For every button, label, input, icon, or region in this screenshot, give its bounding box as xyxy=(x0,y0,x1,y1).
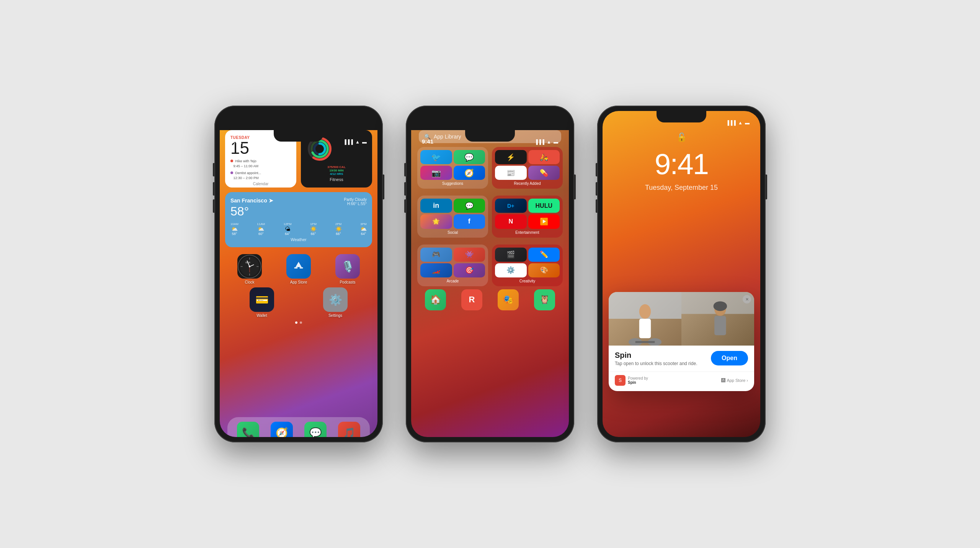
more-app-1[interactable]: 🏠 xyxy=(425,289,446,310)
weather-right: Partly Cloudy H:66° L:55° xyxy=(344,197,367,206)
weather-left: San Francisco ➤ 58° xyxy=(230,197,273,219)
home-screen-bg: 9:41 ▐▐▐ ▲ ▬ TUESDAY 15 Hike with Tejo 9… xyxy=(220,130,377,437)
weather-hour-1: 11AM ⛅ 60° xyxy=(257,222,265,236)
battery-icon-3: ▬ xyxy=(745,120,750,126)
lock-time: 9:41 xyxy=(603,147,760,181)
folder-creativity[interactable]: 🎬 ✏️ ⚙️ 🎨 Creativity xyxy=(492,245,563,286)
fitness-cal: 375/500 CAL xyxy=(306,165,367,169)
open-button[interactable]: Open xyxy=(711,351,748,365)
phone-2-screen: 9:41 ▐▐▐ ▲ ▬ 🔍 App Library 🐦 xyxy=(411,111,569,437)
dock-messages[interactable]: 💬 xyxy=(304,422,327,437)
appstore-text: App Store xyxy=(727,378,745,383)
appstore-icon-small: 🅰 xyxy=(721,378,725,383)
signal-icon-3: ▐▐▐ xyxy=(726,120,736,126)
folder-social-label: Social xyxy=(420,230,485,235)
calendar-event-2: Dentist appoint... 12:30 – 2:00 PM xyxy=(230,171,291,180)
fitness-hrs: 4/12 HRS xyxy=(306,172,367,176)
weather-hour-2: 12PM 🌤 64° xyxy=(284,222,292,236)
folder-social[interactable]: in 💬 🌟 f Social xyxy=(417,196,488,237)
lock-screen-bg: ▐▐▐ ▲ ▬ 🔓 9:41 Tuesday, September 15 xyxy=(603,111,760,437)
folder-suggestions-grid: 🐦 💬 📷 🧭 xyxy=(420,150,485,180)
app-clock[interactable]: BER Clock xyxy=(237,254,262,284)
fitness-stats: 375/500 CAL 19/30 MIN 4/12 HRS xyxy=(306,165,367,176)
folder-social-grid: in 💬 🌟 f xyxy=(420,199,485,228)
photo-left-svg xyxy=(609,292,681,346)
folder-suggestions-label: Suggestions xyxy=(420,181,485,186)
dot-2 xyxy=(300,321,302,324)
settings-label: Settings xyxy=(328,313,342,318)
powered-text-group: Powered by Spin xyxy=(628,376,648,385)
more-app-2[interactable]: R xyxy=(461,289,482,310)
calendar-event-1: Hike with Tejo 9:45 – 11:00 AM xyxy=(230,159,291,168)
folder-creat-grid: 🎬 ✏️ ⚙️ 🎨 xyxy=(495,248,560,277)
status-time-2: 9:41 xyxy=(422,138,433,145)
folder-recent-label: Recently Added xyxy=(495,181,560,186)
svg-point-19 xyxy=(639,304,651,319)
battery-icon: ▬ xyxy=(362,139,367,145)
signal-icon-2: ▐▐▐ xyxy=(535,139,545,145)
weather-desc: Partly Cloudy xyxy=(344,197,367,202)
folder-arcade-label: Arcade xyxy=(420,279,485,283)
clip-title: Spin xyxy=(615,351,697,360)
app-clip-body: Spin Tap open to unlock this scooter and… xyxy=(609,346,754,372)
calendar-label: Calendar xyxy=(230,182,291,186)
status-icons-3: ▐▐▐ ▲ ▬ xyxy=(726,120,750,126)
svg-point-16 xyxy=(249,266,250,267)
folder-recently-added[interactable]: ⚡ 🛵 📰 💊 Recently Added xyxy=(492,147,563,189)
event-dot-1 xyxy=(230,160,233,162)
folder-suggestions[interactable]: 🐦 💬 📷 🧭 Suggestions xyxy=(417,147,488,189)
app-clip-footer: S Powered by Spin 🅰 App Store › xyxy=(609,372,754,391)
status-time-1: 9:41 xyxy=(230,138,242,145)
weather-widget[interactable]: San Francisco ➤ 58° Partly Cloudy H:66° … xyxy=(225,192,372,247)
battery-icon-2: ▬ xyxy=(554,139,558,145)
spin-icon: S xyxy=(615,375,626,386)
dock-phone[interactable]: 📞 xyxy=(237,422,259,437)
clip-body-row: Spin Tap open to unlock this scooter and… xyxy=(615,351,748,366)
wifi-icon: ▲ xyxy=(355,139,360,145)
clip-desc: Tap open to unlock this scooter and ride… xyxy=(615,361,697,366)
phone-1-home: 9:41 ▐▐▐ ▲ ▬ TUESDAY 15 Hike with Tejo 9… xyxy=(214,106,383,442)
folder-entertainment[interactable]: D+ HULU N ▶️ Entertainment xyxy=(492,196,563,237)
notch-3 xyxy=(657,111,706,122)
clip-photo-left xyxy=(609,292,681,346)
app-wallet[interactable]: 💳 Wallet xyxy=(250,287,274,318)
event-dot-2 xyxy=(230,171,233,174)
app-settings[interactable]: ⚙️ Settings xyxy=(323,287,348,318)
wallet-label: Wallet xyxy=(256,313,267,318)
clip-photo-right: ✕ xyxy=(681,292,754,346)
appstore-link[interactable]: 🅰 App Store › xyxy=(721,378,748,383)
signal-icon: ▐▐▐ xyxy=(343,139,353,145)
lock-icon: 🔓 xyxy=(676,132,687,142)
notch-2 xyxy=(465,130,515,142)
weather-top: San Francisco ➤ 58° Partly Cloudy H:66° … xyxy=(230,197,367,219)
wallet-icon: 💳 xyxy=(250,287,274,312)
library-row-3: 🎮 👾 🏎️ 🎯 Arcade xyxy=(411,241,569,286)
wifi-icon-2: ▲ xyxy=(547,139,551,145)
podcasts-icon: 🎙️ xyxy=(335,254,360,279)
phone-2-library: 9:41 ▐▐▐ ▲ ▬ 🔍 App Library 🐦 xyxy=(406,106,574,442)
folder-arcade[interactable]: 🎮 👾 🏎️ 🎯 Arcade xyxy=(417,245,488,286)
svg-rect-20 xyxy=(639,319,651,338)
dock-music[interactable]: 🎵 xyxy=(338,422,360,437)
more-apps-row: 🏠 R 🎭 🦉 xyxy=(411,286,569,310)
powered-app-label: Spin xyxy=(628,380,648,385)
folder-ent-grid: D+ HULU N ▶️ xyxy=(495,199,560,228)
library-row-2: in 💬 🌟 f Social xyxy=(411,192,569,237)
more-app-4[interactable]: 🦉 xyxy=(534,289,555,310)
weather-hilo: H:66° L:55° xyxy=(344,202,367,206)
close-clip-btn[interactable]: ✕ xyxy=(743,295,751,303)
more-app-3[interactable]: 🎭 xyxy=(498,289,519,310)
app-clip-photos: ✕ xyxy=(609,292,754,346)
weather-city: San Francisco ➤ xyxy=(230,197,273,204)
powered-by-row: S Powered by Spin xyxy=(615,375,648,386)
clock-label: Clock xyxy=(245,280,254,284)
app-appstore[interactable]: App Store xyxy=(286,254,311,284)
app-podcasts[interactable]: 🎙️ Podcasts xyxy=(335,254,360,284)
library-row-1: 🐦 💬 📷 🧭 Suggestions xyxy=(411,143,569,189)
app-clip-card[interactable]: ✕ Spin Tap open to unlock this scooter a… xyxy=(609,292,754,391)
dock-safari[interactable]: 🧭 xyxy=(271,422,293,437)
page-dots xyxy=(220,321,377,324)
weather-temp: 58° xyxy=(230,204,273,219)
lock-date: Tuesday, September 15 xyxy=(603,184,760,192)
weather-hour-3: 1PM ☀️ 66° xyxy=(310,222,317,236)
